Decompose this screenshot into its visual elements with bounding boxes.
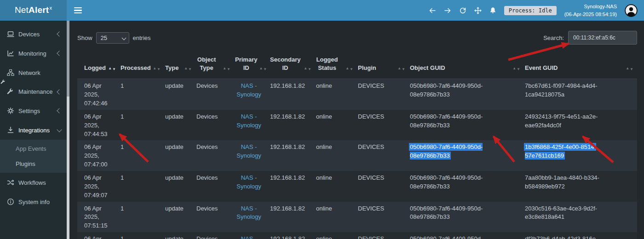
cell-processed: 1 (120, 140, 164, 171)
nav-forward-icon[interactable] (444, 7, 451, 14)
sort-icon: ▲▼ (108, 67, 116, 72)
table-row[interactable]: 06 Apr 2025, 07:49:07 1 update Devices N… (77, 171, 637, 202)
cell-primary-id: NAS - Synology (234, 140, 269, 171)
sidebar-item-maintenance[interactable]: Maintenance (0, 82, 67, 101)
column-header-logged[interactable]: Logged▲▼ (77, 53, 120, 79)
object-guid-value: 050b6980-7af6-4409-950d-08e9786b7b33 (410, 113, 483, 129)
column-header-type[interactable]: Type▲▼ (164, 53, 196, 79)
table-row[interactable]: 06 Apr 2025, 07:53:22 1 update Devices N… (77, 232, 637, 239)
cell-plugin: DEVICES (357, 171, 409, 202)
sort-icon: ▲▼ (512, 67, 520, 72)
primary-id-link[interactable]: NAS - Synology (235, 82, 263, 99)
table-body: 06 Apr 2025, 07:42:46 1 update Devices N… (77, 79, 637, 239)
monitoring-icon (6, 50, 14, 57)
table-row[interactable]: 06 Apr 2025, 07:44:53 1 update Devices N… (77, 110, 637, 141)
cell-object-type: Devices (196, 140, 234, 171)
user-avatar[interactable] (625, 4, 638, 17)
app-window: NetAlertx Process: Idle Synology-NAS (0 (0, 0, 644, 239)
sidebar-item-label: Devices (18, 31, 40, 38)
cell-secondary-id: 192.168.1.82 (269, 110, 315, 141)
cell-processed: 1 (120, 79, 164, 110)
cell-plugin: DEVICES (357, 202, 409, 233)
cell-event-guid: 7bc67d61-f097-4984-a4d4-1ca94218075a (524, 79, 637, 110)
event-guid-value: 7aa80bb9-1aea-4840-b334-b584989eb972 (525, 174, 599, 190)
cell-primary-id: NAS - Synology (234, 232, 269, 239)
search-input[interactable] (568, 31, 637, 45)
cell-logged: 06 Apr 2025, 07:44:53 (77, 110, 120, 141)
move-icon[interactable] (474, 7, 482, 14)
cell-event-guid: df3b73b6-d4ab-42d3-816e-9fb2ac5c9bb1 (524, 232, 637, 239)
nav-back-icon[interactable] (429, 7, 436, 14)
sidebar-item-workflows[interactable]: Workflows (0, 173, 67, 192)
sidebar-item-label: Monitoring (18, 50, 46, 57)
device-status-text: Synology-NAS (06-Apr-2025 08:54:19) (564, 3, 617, 18)
main-content: Show 25 entries Search: Logged▲▼ Process… (69, 21, 644, 239)
cell-object-type: Devices (196, 79, 234, 110)
device-timestamp: (06-Apr-2025 08:54:19) (564, 11, 617, 17)
primary-id-link[interactable]: NAS - Synology (235, 113, 263, 130)
cell-plugin: DEVICES (357, 79, 409, 110)
sidebar-item-label: Settings (18, 108, 40, 114)
cell-primary-id: NAS - Synology (234, 171, 269, 202)
cell-object-guid: 050b6980-7af6-4409-950d-08e9786b7b33 (409, 110, 524, 141)
cell-object-guid: 050b6980-7af6-4409-950d-08e9786b7b33 (409, 140, 524, 171)
primary-id-link[interactable]: NAS - Synology (235, 143, 263, 160)
cell-logged: 06 Apr 2025, 07:47:00 (77, 140, 120, 171)
cell-processed: 1 (120, 202, 164, 233)
entries-select[interactable]: 25 (96, 32, 129, 44)
cell-object-guid: 050b6980-7af6-4409-950d-08e9786b7b33 (409, 79, 524, 110)
primary-id-link[interactable]: NAS - Synology (235, 235, 263, 239)
sidebar-item-network[interactable]: Network (0, 63, 67, 82)
cell-event-guid: 2030c516-63ae-4ce3-9d2f-e3c8e818a641 (524, 202, 637, 233)
column-header-secondary-id[interactable]: Secondary ID▲▼ (269, 53, 315, 79)
sidebar: Devices Monitoring Network Maintenance S… (0, 21, 67, 239)
table-header-row: Logged▲▼ Processed▲▼ Type▲▼ Object Type▲… (77, 53, 637, 79)
brand-logo[interactable]: NetAlertx (0, 0, 67, 21)
bell-icon[interactable] (489, 7, 496, 14)
object-guid-value: 050b6980-7af6-4409-950d-08e9786b7b33 (410, 174, 483, 190)
event-guid-value: 1b3f6868-425f-4e00-8514-57e7611cb169 (524, 143, 596, 159)
cell-event-guid: 7aa80bb9-1aea-4840-b334-b584989eb972 (524, 171, 637, 202)
column-header-logged-status[interactable]: Logged Status▲▼ (315, 53, 357, 79)
sidebar-item-integrations[interactable]: Integrations (0, 120, 67, 140)
column-header-processed[interactable]: Processed▲▼ (120, 53, 164, 79)
sidebar-item-monitoring[interactable]: Monitoring (0, 44, 67, 63)
primary-id-link[interactable]: NAS - Synology (235, 205, 263, 222)
object-guid-value: 050b6980-7af6-4409-950d-08e9786b7b33 (410, 82, 483, 98)
entries-label: entries (133, 34, 151, 41)
sidebar-item-label: Maintenance (18, 88, 52, 95)
top-navbar: Process: Idle Synology-NAS (06-Apr-2025 … (67, 0, 644, 21)
info-icon (6, 198, 14, 205)
sidebar-item-devices[interactable]: Devices (0, 24, 67, 44)
column-header-object-guid[interactable]: Object GUID▲▼ (409, 53, 524, 79)
table-row[interactable]: 06 Apr 2025, 07:47:00 1 update Devices N… (77, 140, 637, 171)
hamburger-menu-icon[interactable] (74, 6, 82, 15)
sidebar-item-system-info[interactable]: System info (0, 192, 67, 211)
refresh-icon[interactable] (459, 7, 466, 14)
column-header-plugin[interactable]: Plugin▲▼ (357, 53, 409, 79)
chevron-left-icon (57, 89, 62, 94)
cell-primary-id: NAS - Synology (234, 202, 269, 233)
sort-icon: ▲▼ (397, 67, 405, 72)
column-header-primary-id[interactable]: Primary ID▲▼ (234, 53, 269, 79)
cell-event-guid: 24932413-9f75-4e51-aa2e-eae92fa4dc0f (524, 110, 637, 141)
cell-object-type: Devices (196, 110, 234, 141)
network-icon (6, 69, 14, 76)
chevron-left-icon (57, 31, 62, 36)
cell-logged-status: online (315, 110, 357, 141)
cell-object-guid: 050b6980-7af6-4409-950d-08e9786b7b33 (409, 232, 524, 239)
table-row[interactable]: 06 Apr 2025, 07:51:15 1 update Devices N… (77, 202, 637, 233)
submenu-item-app-events[interactable]: App Events (0, 141, 67, 156)
primary-id-link[interactable]: NAS - Synology (235, 174, 263, 191)
sort-icon: ▲▼ (345, 67, 353, 72)
column-header-event-guid[interactable]: Event GUID▲▼ (524, 53, 637, 79)
table-row[interactable]: 06 Apr 2025, 07:42:46 1 update Devices N… (77, 79, 637, 110)
object-guid-value: 050b6980-7af6-4409-950d-08e9786b7b33 (409, 143, 483, 159)
submenu-item-plugins[interactable]: Plugins (0, 156, 67, 171)
sidebar-item-label: Integrations (18, 127, 50, 134)
cell-object-type: Devices (196, 202, 234, 233)
cell-logged-status: online (315, 140, 357, 171)
column-header-object-type[interactable]: Object Type▲▼ (196, 53, 234, 79)
sidebar-item-settings[interactable]: Settings (0, 101, 67, 120)
cell-object-type: Devices (196, 171, 234, 202)
